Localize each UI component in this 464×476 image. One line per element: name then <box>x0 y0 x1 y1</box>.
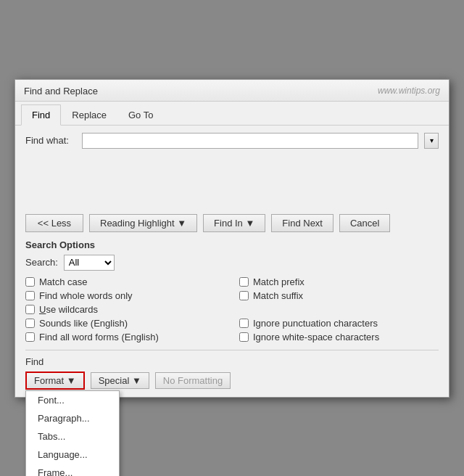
divider <box>25 350 439 350</box>
find-what-label: Find what: <box>25 135 76 146</box>
tabs-bar: Find Replace Go To <box>15 102 449 126</box>
checkbox-match-suffix-input[interactable] <box>239 291 249 300</box>
reading-highlight-button[interactable]: Reading Highlight ▼ <box>89 214 197 232</box>
tab-find[interactable]: Find <box>21 104 61 126</box>
title-bar: Find and Replace www.wintips.org <box>15 80 449 102</box>
cancel-button[interactable]: Cancel <box>339 214 390 232</box>
format-dropdown-menu: Font... Paragraph... Tabs... Language...… <box>25 390 120 477</box>
find-replace-dialog: Find and Replace www.wintips.org Find Re… <box>14 79 450 398</box>
checkbox-ignore-whitespace-label: Ignore white-space characters <box>253 332 379 342</box>
no-formatting-button[interactable]: No Formatting <box>155 372 231 389</box>
options-grid: Match case Match prefix Find whole words… <box>25 276 439 342</box>
menu-item-frame[interactable]: Frame... <box>26 464 119 477</box>
find-what-input[interactable] <box>82 133 418 149</box>
menu-item-language[interactable]: Language... <box>26 446 119 464</box>
checkbox-empty-right-1 <box>239 304 439 315</box>
checkbox-match-prefix-input[interactable] <box>239 277 249 287</box>
checkbox-sounds-like-input[interactable] <box>25 319 35 328</box>
search-select[interactable]: All Up Down <box>64 255 115 271</box>
checkbox-ignore-whitespace: Ignore white-space characters <box>239 332 439 342</box>
checkbox-whole-words: Find whole words only <box>25 290 225 301</box>
checkbox-ignore-whitespace-input[interactable] <box>239 332 249 342</box>
checkbox-all-forms-label: Find all word forms (English) <box>39 332 159 342</box>
checkbox-wildcards: Use wildcards <box>25 304 225 315</box>
spacer <box>25 156 439 214</box>
checkbox-all-forms: Find all word forms (English) <box>25 332 225 342</box>
special-button[interactable]: Special ▼ <box>91 372 149 389</box>
checkbox-ignore-punct-label: Ignore punctuation characters <box>253 318 378 329</box>
menu-item-tabs[interactable]: Tabs... <box>26 427 119 446</box>
checkbox-match-suffix-label: Match suffix <box>253 290 303 301</box>
find-section-label: Find <box>25 356 439 367</box>
search-row: Search: All Up Down <box>25 255 439 271</box>
checkbox-sounds-like-label: Sounds like (English) <box>39 318 128 329</box>
checkbox-ignore-punct-input[interactable] <box>239 319 249 328</box>
tab-replace[interactable]: Replace <box>61 104 117 126</box>
format-row: Format ▼ Special ▼ No Formatting Font...… <box>25 372 439 390</box>
format-button[interactable]: Format ▼ <box>25 372 85 390</box>
checkbox-match-case-label: Match case <box>39 276 87 287</box>
main-button-row: << Less Reading Highlight ▼ Find In ▼ Fi… <box>25 214 439 232</box>
dialog-title: Find and Replace <box>24 86 98 97</box>
dialog-body: Find what: ▾ << Less Reading Highlight ▼… <box>15 126 449 397</box>
checkbox-match-case-input[interactable] <box>25 277 35 287</box>
checkbox-wildcards-label: Use wildcards <box>39 304 98 315</box>
checkbox-match-prefix: Match prefix <box>239 276 439 287</box>
search-label: Search: <box>25 257 58 268</box>
checkbox-ignore-punct: Ignore punctuation characters <box>239 318 439 329</box>
find-in-button[interactable]: Find In ▼ <box>203 214 265 232</box>
watermark: www.wintips.org <box>378 86 440 96</box>
checkbox-sounds-like: Sounds like (English) <box>25 318 225 329</box>
find-next-button[interactable]: Find Next <box>271 214 334 232</box>
checkbox-match-prefix-label: Match prefix <box>253 276 304 287</box>
search-options-label: Search Options <box>25 239 439 250</box>
checkbox-all-forms-input[interactable] <box>25 332 35 342</box>
checkbox-whole-words-label: Find whole words only <box>39 290 133 301</box>
less-button[interactable]: << Less <box>25 214 83 232</box>
checkbox-match-case: Match case <box>25 276 225 287</box>
checkbox-match-suffix: Match suffix <box>239 290 439 301</box>
find-what-dropdown[interactable]: ▾ <box>424 133 439 149</box>
tab-goto[interactable]: Go To <box>117 104 164 126</box>
checkbox-whole-words-input[interactable] <box>25 291 35 300</box>
menu-item-paragraph[interactable]: Paragraph... <box>26 409 119 427</box>
menu-item-font[interactable]: Font... <box>26 391 119 409</box>
checkbox-wildcards-input[interactable] <box>25 305 35 314</box>
find-what-row: Find what: ▾ <box>25 133 439 149</box>
